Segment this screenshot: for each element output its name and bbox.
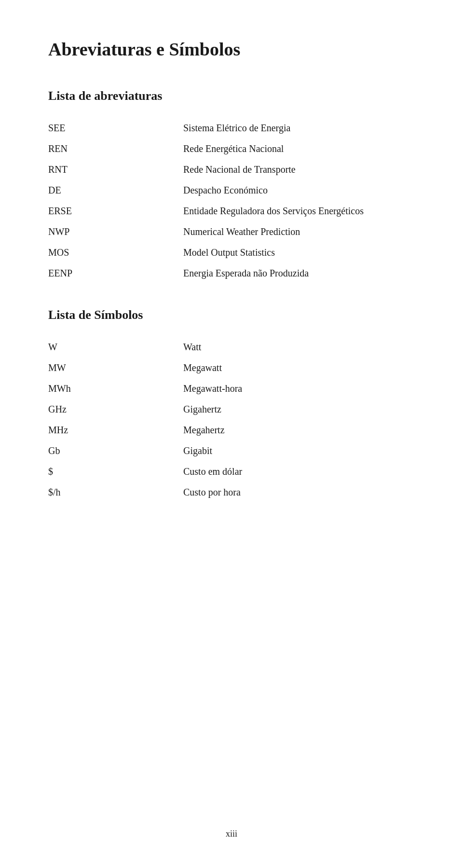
- table-row: RENRede Energética Nacional: [48, 138, 415, 159]
- symbol-code: GHz: [48, 399, 183, 420]
- table-row: MWhMegawatt-hora: [48, 378, 415, 399]
- abbreviation-code: EENP: [48, 263, 183, 284]
- symbol-code: Gb: [48, 441, 183, 461]
- symbols-heading: Lista de Símbolos: [48, 308, 415, 322]
- symbol-definition: Gigahertz: [183, 399, 415, 420]
- abbreviation-definition: Numerical Weather Prediction: [183, 221, 415, 242]
- symbol-code: MWh: [48, 378, 183, 399]
- table-row: EENPEnergia Esperada não Produzida: [48, 263, 415, 284]
- abbreviation-definition: Rede Energética Nacional: [183, 138, 415, 159]
- abbreviation-code: ERSE: [48, 201, 183, 221]
- table-row: $Custo em dólar: [48, 461, 415, 482]
- symbol-code: $: [48, 461, 183, 482]
- abbreviation-code: MOS: [48, 242, 183, 263]
- table-row: MHzMegahertz: [48, 420, 415, 441]
- symbol-definition: Custo por hora: [183, 482, 415, 503]
- page-number: xiii: [0, 829, 463, 839]
- symbol-definition: Megawatt: [183, 358, 415, 378]
- table-row: MOSModel Output Statistics: [48, 242, 415, 263]
- abbreviation-definition: Energia Esperada não Produzida: [183, 263, 415, 284]
- table-row: MWMegawatt: [48, 358, 415, 378]
- abbreviation-definition: Rede Nacional de Transporte: [183, 159, 415, 180]
- abbreviation-definition: Model Output Statistics: [183, 242, 415, 263]
- symbol-code: MW: [48, 358, 183, 378]
- symbol-code: $/h: [48, 482, 183, 503]
- symbol-definition: Megawatt-hora: [183, 378, 415, 399]
- abbreviation-definition: Sistema Elétrico de Energia: [183, 118, 415, 138]
- abbreviation-code: NWP: [48, 221, 183, 242]
- abbreviation-definition: Despacho Económico: [183, 180, 415, 201]
- abbreviation-code: DE: [48, 180, 183, 201]
- symbol-definition: Watt: [183, 337, 415, 358]
- table-row: RNTRede Nacional de Transporte: [48, 159, 415, 180]
- symbol-code: W: [48, 337, 183, 358]
- table-row: ERSEEntidade Reguladora dos Serviços Ene…: [48, 201, 415, 221]
- page-title: Abreviaturas e Símbolos: [48, 39, 415, 60]
- symbol-definition: Megahertz: [183, 420, 415, 441]
- symbol-definition: Gigabit: [183, 441, 415, 461]
- table-row: SEESistema Elétrico de Energia: [48, 118, 415, 138]
- table-row: GbGigabit: [48, 441, 415, 461]
- table-row: GHzGigahertz: [48, 399, 415, 420]
- abbreviation-definition: Entidade Reguladora dos Serviços Energét…: [183, 201, 415, 221]
- symbol-definition: Custo em dólar: [183, 461, 415, 482]
- abbreviations-heading: Lista de abreviaturas: [48, 89, 415, 103]
- abbreviation-code: RNT: [48, 159, 183, 180]
- symbols-table: WWattMWMegawattMWhMegawatt-horaGHzGigahe…: [48, 337, 415, 503]
- abbreviation-code: REN: [48, 138, 183, 159]
- abbreviation-code: SEE: [48, 118, 183, 138]
- table-row: WWatt: [48, 337, 415, 358]
- table-row: $/hCusto por hora: [48, 482, 415, 503]
- table-row: NWPNumerical Weather Prediction: [48, 221, 415, 242]
- table-row: DEDespacho Económico: [48, 180, 415, 201]
- symbol-code: MHz: [48, 420, 183, 441]
- abbreviations-table: SEESistema Elétrico de EnergiaRENRede En…: [48, 118, 415, 284]
